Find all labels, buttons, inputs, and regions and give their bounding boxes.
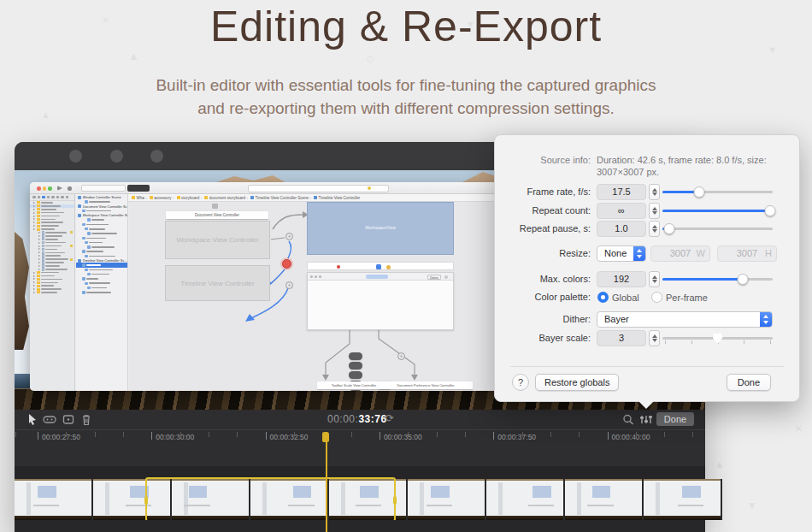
ruler-minor-tick xyxy=(465,432,466,437)
file-tree-row xyxy=(30,291,74,294)
ruler-minor-tick xyxy=(522,432,523,437)
frame-rate-stepper[interactable] xyxy=(649,184,660,200)
ruler-label: 00:00:37:50 xyxy=(497,433,536,441)
dither-label: Dither: xyxy=(495,314,591,324)
decorative-shape: ▲ xyxy=(128,50,139,62)
dither-dropdown[interactable]: Bayer xyxy=(597,311,773,328)
ruler-minor-tick xyxy=(209,432,209,437)
popover-divider xyxy=(510,366,784,367)
ruler-label: 00:00:35:00 xyxy=(384,433,422,441)
palette-global-label: Global xyxy=(612,293,639,303)
resize-width-field[interactable]: 3007 W xyxy=(650,245,710,262)
max-colors-field[interactable]: 192 xyxy=(597,271,646,287)
ruler-minor-tick xyxy=(66,432,67,437)
ruler-minor-tick xyxy=(408,432,409,437)
repeat-pause-field[interactable]: 1.0 xyxy=(597,221,646,237)
selection-handle-right[interactable] xyxy=(393,496,397,505)
filmstrip-thumbnail[interactable] xyxy=(565,479,644,520)
frame-rate-field[interactable]: 17.5 xyxy=(597,184,646,200)
resize-label: Resize: xyxy=(495,248,591,258)
repeat-count-slider[interactable] xyxy=(662,203,773,219)
palette-per-frame-radio[interactable] xyxy=(651,292,662,303)
timeline-footer xyxy=(15,520,705,532)
wallpaper-cliff xyxy=(15,232,29,350)
restore-globals-button[interactable]: Restore globals xyxy=(535,374,619,391)
ruler-major-tick xyxy=(380,432,380,440)
document-outline: Window Controller SceneDocument View Con… xyxy=(76,194,128,391)
dropdown-arrows-icon xyxy=(633,246,645,261)
source-info-label: Source info: xyxy=(495,155,591,165)
timeline-done-button[interactable]: Done xyxy=(656,412,694,426)
ruler-minor-tick xyxy=(550,432,551,437)
workspace-view-controller-box: Workspace View Controller xyxy=(165,221,270,259)
cursor-tool-icon[interactable] xyxy=(26,413,39,426)
mini-icon xyxy=(310,275,313,278)
export-settings-icon[interactable] xyxy=(639,413,653,426)
titlebar-dot-icon xyxy=(150,150,163,163)
bayer-scale-slider[interactable] xyxy=(662,330,773,346)
connection-point xyxy=(282,259,291,269)
ruler-minor-tick xyxy=(180,432,181,437)
repeat-count-stepper[interactable] xyxy=(649,203,660,219)
repeat-pause-row: Repeat pause, s: 1.0 xyxy=(495,221,799,238)
navigator-tabs xyxy=(30,194,74,201)
zoom-icon xyxy=(48,186,52,191)
loop-icon[interactable]: ⟳ xyxy=(385,412,394,424)
breadcrumb-item: document storyboard› xyxy=(204,196,248,200)
titlebar-dot-icon xyxy=(110,150,123,163)
ruler-minor-tick xyxy=(664,432,665,437)
popover-done-button[interactable]: Done xyxy=(727,374,771,391)
ruler-minor-tick xyxy=(692,432,693,437)
timeline-panel: 00:00:33:76 ⟳ Done 00:00:27:5000:00:30:0… xyxy=(15,410,705,532)
filmstrip-thumbnail[interactable] xyxy=(486,479,565,520)
frame-rate-slider[interactable] xyxy=(662,184,773,200)
resize-dropdown[interactable]: None xyxy=(597,245,646,262)
trash-icon[interactable] xyxy=(79,413,93,426)
help-button[interactable]: ? xyxy=(512,374,529,391)
run-icon xyxy=(57,186,62,191)
palette-global-radio[interactable] xyxy=(597,292,609,303)
zoom-timeline-icon[interactable] xyxy=(621,413,635,426)
timeline-selection[interactable] xyxy=(145,477,396,522)
filmstrip-thumbnail[interactable] xyxy=(408,479,486,520)
bayer-scale-label: Bayer scale: xyxy=(495,333,591,343)
ruler-minor-tick xyxy=(579,432,580,437)
timecode-value: 33:76 xyxy=(358,413,386,425)
repeat-pause-slider[interactable] xyxy=(662,221,773,237)
trim-tool-icon[interactable] xyxy=(43,413,56,426)
mini-app-window: Done xyxy=(307,272,454,330)
view-controller-icon xyxy=(212,204,218,209)
max-colors-stepper[interactable] xyxy=(649,271,660,287)
repeat-count-field[interactable]: ∞ xyxy=(597,203,646,219)
decorative-shape: ▼ xyxy=(747,499,757,511)
timeline-ruler[interactable]: 00:00:27:5000:00:30:0000:00:32:5000:00:3… xyxy=(15,429,705,459)
yellow-dot-icon xyxy=(386,265,391,269)
playhead-handle[interactable] xyxy=(322,432,329,442)
subtitle-line-2: and re-exporting them with different com… xyxy=(0,97,812,120)
ruler-minor-tick xyxy=(237,432,238,437)
segue-badge xyxy=(349,362,362,369)
max-colors-row: Max. colors: 192 xyxy=(495,271,799,288)
stop-icon xyxy=(68,186,72,191)
playhead[interactable] xyxy=(326,440,327,532)
max-colors-slider[interactable] xyxy=(662,271,773,287)
filmstrip-thumbnail[interactable] xyxy=(15,479,93,520)
bayer-scale-field[interactable]: 3 xyxy=(597,330,646,346)
resize-height-field[interactable]: 3007 H xyxy=(717,245,777,262)
dropdown-arrows-icon xyxy=(760,312,772,327)
selection-handle-left[interactable] xyxy=(144,496,148,505)
palette-per-frame-label: Per-frame xyxy=(666,293,708,303)
filmstrip-thumbnail[interactable] xyxy=(644,479,722,520)
popover-tail xyxy=(638,400,655,409)
ruler-major-tick xyxy=(38,432,38,440)
ruler-minor-tick xyxy=(351,432,352,437)
frame-rate-row: Frame rate, f/s: 17.5 xyxy=(495,184,799,201)
timecode-display: 00:00:33:76 xyxy=(327,413,387,425)
decorative-shape: × xyxy=(795,421,803,435)
record-dot-icon xyxy=(337,265,340,269)
segue-socket-icon: + xyxy=(397,352,405,360)
bayer-scale-stepper[interactable] xyxy=(649,330,660,346)
segue-badge xyxy=(349,390,362,391)
crop-tool-icon[interactable] xyxy=(62,413,75,426)
repeat-pause-stepper[interactable] xyxy=(649,221,660,237)
